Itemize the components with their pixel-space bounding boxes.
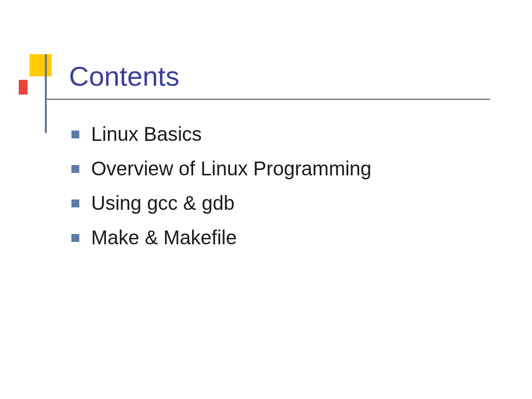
list-item: Overview of Linux Programming: [71, 158, 371, 180]
bullet-icon: [71, 165, 79, 173]
list-item-text: Linux Basics: [91, 123, 202, 145]
vertical-line-icon: [45, 54, 47, 133]
list-item: Make & Makefile: [71, 227, 371, 249]
list-item: Linux Basics: [71, 123, 371, 145]
slide-decoration: [19, 54, 61, 111]
contents-list: Linux Basics Overview of Linux Programmi…: [71, 123, 371, 261]
red-square-icon: [19, 80, 28, 95]
bullet-icon: [71, 234, 79, 242]
yellow-square-icon: [30, 54, 52, 76]
list-item: Using gcc & gdb: [71, 192, 371, 214]
bullet-icon: [71, 131, 79, 138]
slide-title: Contents: [69, 60, 179, 92]
bullet-icon: [71, 200, 79, 207]
list-item-text: Overview of Linux Programming: [91, 158, 371, 180]
list-item-text: Using gcc & gdb: [91, 192, 234, 214]
horizontal-divider: [47, 99, 490, 100]
list-item-text: Make & Makefile: [91, 227, 237, 249]
